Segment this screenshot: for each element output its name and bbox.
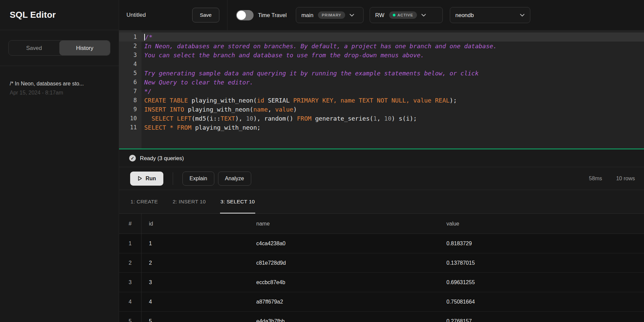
code-text: In Neon, databases are stored on branche…: [142, 42, 644, 51]
tab-saved[interactable]: Saved: [9, 41, 59, 55]
code-token: 10: [246, 115, 253, 122]
compute-status-label: ACTIVE: [397, 13, 413, 17]
table-row[interactable]: 44a87ff679a20.75081664: [119, 292, 644, 312]
code-token: 1: [373, 115, 377, 122]
code-token: ) s(i);: [391, 115, 417, 122]
code-token: [166, 124, 170, 131]
actions-divider: [173, 172, 173, 185]
line-number: 8: [119, 96, 142, 105]
time-travel-label: Time Travel: [258, 12, 287, 18]
branch-dropdown[interactable]: main PRIMARY: [296, 7, 364, 23]
line-number: 3: [119, 51, 142, 60]
code-token: value: [275, 106, 293, 113]
play-icon: [138, 176, 142, 181]
analyze-button[interactable]: Analyze: [218, 172, 251, 186]
code-line[interactable]: 1/*: [119, 33, 644, 42]
table-row[interactable]: 11c4ca4238a00.8183729: [119, 234, 644, 253]
code-line[interactable]: 2In Neon, databases are stored on branch…: [119, 42, 644, 51]
code-text: SELECT * FROM playing_with_neon;: [142, 123, 644, 132]
line-number: 10: [119, 114, 142, 123]
run-button[interactable]: Run: [130, 172, 163, 186]
code-token: SELECT: [144, 124, 166, 131]
run-button-label: Run: [146, 176, 156, 182]
sidebar-view-switch-wrap: Saved History: [0, 30, 119, 66]
line-number: 5: [119, 69, 142, 78]
code-token: value REAL: [413, 97, 449, 104]
code-token: 10: [384, 115, 391, 122]
table-cell: 0.2768157: [439, 312, 644, 322]
editor-lines: 1/*2In Neon, databases are stored on bra…: [119, 33, 644, 132]
code-token: PRIMARY KEY,: [293, 97, 337, 104]
chevron-down-icon: [421, 14, 426, 17]
chevron-down-icon: [350, 14, 354, 17]
time-travel-toggle[interactable]: [236, 10, 254, 20]
header-cell: id: [142, 214, 249, 234]
save-button[interactable]: Save: [192, 8, 219, 22]
header-cell: value: [439, 214, 644, 234]
code-token: [337, 97, 340, 104]
tab-history[interactable]: History: [59, 41, 110, 55]
code-token: SELECT LEFT: [152, 115, 192, 122]
table-cell: 5: [142, 312, 249, 322]
code-text: SELECT LEFT(md5(i::TEXT), 10), random() …: [142, 114, 644, 123]
table-cell: 0.13787015: [439, 253, 644, 272]
code-token: SERIAL: [264, 97, 293, 104]
topbar: Untitled Save Time Travel main PRIMARY R…: [119, 0, 644, 30]
line-number: 6: [119, 78, 142, 87]
code-line[interactable]: 4: [119, 60, 644, 69]
code-token: generate_series(: [312, 115, 373, 122]
table-row[interactable]: 55e4da3b7fbb0.2768157: [119, 312, 644, 322]
query-name: Untitled: [126, 12, 146, 18]
code-token: playing_with_neon(: [184, 106, 253, 113]
results-tab[interactable]: 3: SELECT 10: [220, 190, 255, 213]
code-token: FROM: [177, 124, 192, 131]
results-tab[interactable]: 1: CREATE: [130, 190, 158, 213]
table-row[interactable]: 33eccbc87e4b0.69631255: [119, 273, 644, 292]
code-line[interactable]: 7*/: [119, 87, 644, 96]
code-token: CREATE TABLE: [144, 97, 188, 104]
code-token: /*: [145, 34, 153, 41]
table-cell: e4da3b7fbb: [249, 312, 439, 322]
line-number: 9: [119, 105, 142, 114]
compute-active-badge: ACTIVE: [389, 11, 417, 19]
compute-dropdown[interactable]: RW ACTIVE: [370, 7, 443, 23]
code-token: ,: [377, 115, 384, 122]
code-line[interactable]: 5Try generating sample data and querying…: [119, 69, 644, 78]
header-cell: #: [119, 214, 142, 234]
code-token: ), random(): [253, 115, 297, 122]
code-editor[interactable]: 1/*2In Neon, databases are stored on bra…: [119, 30, 644, 148]
explain-button[interactable]: Explain: [182, 172, 214, 186]
code-text: INSERT INTO playing_with_neon(name, valu…: [142, 105, 644, 114]
branch-primary-badge: PRIMARY: [318, 11, 345, 19]
history-item[interactable]: /* In Neon, databases are sto... Apr 15,…: [10, 80, 109, 96]
code-token: id: [257, 97, 264, 104]
code-token: */: [144, 88, 152, 95]
code-line[interactable]: 10 SELECT LEFT(md5(i::TEXT), 10), random…: [119, 114, 644, 123]
table-cell: 0.75081664: [439, 292, 644, 311]
code-line[interactable]: 3You can select the branch and database …: [119, 51, 644, 60]
code-token: ),: [235, 115, 246, 122]
compute-name: RW: [375, 12, 384, 18]
table-cell: 3: [142, 273, 249, 292]
main-panel: Untitled Save Time Travel main PRIMARY R…: [119, 0, 644, 322]
code-token: TEXT: [221, 115, 235, 122]
row-count: 10 rows: [616, 176, 635, 182]
table-cell: c4ca4238a0: [249, 234, 439, 253]
results-tab[interactable]: 2: INSERT 10: [172, 190, 206, 213]
table-body: 11c4ca4238a00.818372922c81e728d9d0.13787…: [119, 234, 644, 322]
table-cell: c81e728d9d: [249, 253, 439, 272]
page-title: SQL Editor: [10, 10, 56, 20]
code-line[interactable]: 6New Query to clear the editor.: [119, 78, 644, 87]
table-cell: 4: [142, 292, 249, 311]
code-token: [173, 124, 177, 131]
toggle-knob: [237, 11, 246, 20]
table-cell: eccbc87e4b: [249, 273, 439, 292]
table-row[interactable]: 22c81e728d9d0.13787015: [119, 253, 644, 273]
code-line[interactable]: 11SELECT * FROM playing_with_neon;: [119, 123, 644, 132]
app-root: SQL Editor Saved History /* In Neon, dat…: [0, 0, 644, 322]
code-token: playing_with_neon(: [188, 97, 257, 104]
code-line[interactable]: 9INSERT INTO playing_with_neon(name, val…: [119, 105, 644, 114]
code-token: name: [253, 106, 268, 113]
code-line[interactable]: 8CREATE TABLE playing_with_neon(id SERIA…: [119, 96, 644, 105]
database-dropdown[interactable]: neondb: [450, 7, 530, 23]
